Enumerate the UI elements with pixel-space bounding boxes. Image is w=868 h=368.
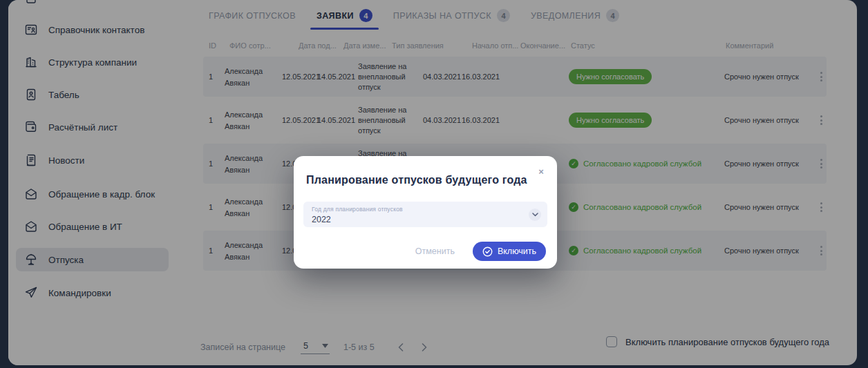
planning-year-label: Год для планирования отпусков [312, 206, 539, 213]
planning-year-select[interactable]: Год для планирования отпусков 2022 [303, 202, 547, 227]
chevron-down-icon[interactable] [529, 209, 541, 221]
dialog-title: Планирование отпусков будущего года [306, 174, 527, 186]
future-vacation-planning-dialog: Планирование отпусков будущего года × Го… [294, 156, 557, 269]
close-icon[interactable]: × [534, 164, 548, 178]
dialog-actions: Отменить Включить [415, 242, 546, 261]
check-circle-icon [482, 246, 493, 257]
planning-year-value: 2022 [312, 215, 539, 224]
confirm-button[interactable]: Включить [473, 242, 546, 261]
confirm-button-label: Включить [498, 246, 536, 256]
cancel-button[interactable]: Отменить [415, 246, 455, 256]
